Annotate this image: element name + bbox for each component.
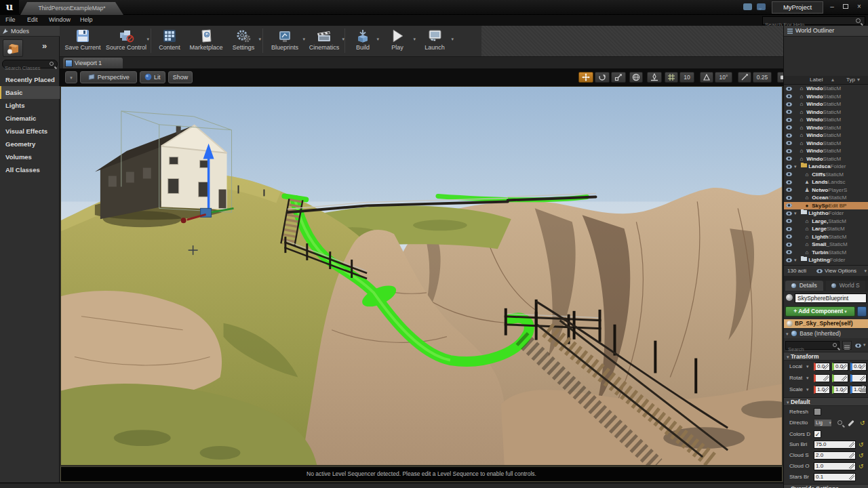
spinner-icon[interactable] xyxy=(860,364,865,369)
location-x-field[interactable]: 0.0 xyxy=(814,363,830,371)
grid-snap-value[interactable]: 10 xyxy=(679,72,694,83)
column-type[interactable]: Typ xyxy=(846,76,855,84)
minimize-button[interactable]: – xyxy=(826,2,838,12)
menu-file[interactable]: File xyxy=(5,16,16,23)
spinner-icon[interactable] xyxy=(823,364,829,369)
default-section-header[interactable]: ▾ Default xyxy=(784,397,868,406)
outliner-row[interactable]: ⌂ OceanStaticM xyxy=(784,194,868,202)
outliner-row-label[interactable]: Landsca xyxy=(807,163,831,169)
scale-caret-icon[interactable]: ▾ xyxy=(806,387,809,392)
visibility-eye-icon[interactable] xyxy=(786,134,792,138)
visibility-eye-icon[interactable] xyxy=(786,203,792,207)
surface-snap-button[interactable] xyxy=(647,72,662,83)
class-search-box[interactable] xyxy=(2,60,58,68)
menu-edit[interactable]: Edit xyxy=(27,16,38,23)
outliner-row-label[interactable]: Lighting xyxy=(807,257,830,263)
actor-name-field[interactable]: SkySphereBlueprint xyxy=(795,293,867,303)
launch-button[interactable]: ▾ Launch xyxy=(417,27,452,55)
outliner-row-label[interactable]: Lands xyxy=(810,179,828,185)
add-component-button[interactable]: + Add Component ▾ xyxy=(785,306,855,317)
outliner-row-label[interactable]: Large xyxy=(810,226,827,232)
outliner-row[interactable]: ⌂ WindoStaticM xyxy=(784,140,868,148)
content-button[interactable]: Content xyxy=(154,27,185,55)
scale-x-field[interactable]: 1.0 xyxy=(814,386,830,394)
outliner-row[interactable]: ⌂ LighthStaticM xyxy=(784,233,868,241)
refresh-checkbox[interactable] xyxy=(814,408,821,415)
visibility-eye-icon[interactable] xyxy=(786,196,792,200)
directional-light-dropdown[interactable]: Lig▾ xyxy=(814,419,832,427)
outliner-row[interactable]: ⌂ TurbinStaticM xyxy=(784,249,868,257)
outliner-row-label[interactable]: Windo xyxy=(805,156,823,162)
browse-icon[interactable] xyxy=(837,420,842,425)
location-y-field[interactable]: 0.0 xyxy=(832,363,848,371)
location-z-field[interactable]: 0.0 xyxy=(850,363,867,371)
outliner-row[interactable]: ⌂ WindoStaticM xyxy=(784,85,868,93)
outliner-row-label[interactable]: Windo xyxy=(805,94,823,100)
modes-item-recently-placed[interactable]: Recently Placed xyxy=(0,73,60,86)
visibility-eye-icon[interactable] xyxy=(786,258,792,262)
scale-snap-toggle[interactable] xyxy=(738,72,751,83)
modes-item-all-classes[interactable]: All Classes xyxy=(0,163,60,176)
chat-bubble-icon[interactable] xyxy=(743,3,752,10)
save-current-button[interactable]: Save Current xyxy=(64,27,102,55)
scale-lock-icon[interactable] xyxy=(861,388,866,392)
outliner-row-label[interactable]: Windo xyxy=(805,109,823,115)
visibility-eye-icon[interactable] xyxy=(786,235,792,239)
rotation-z-field[interactable] xyxy=(850,374,867,382)
outliner-row[interactable]: ⌂ WindoStaticM xyxy=(784,147,868,155)
outliner-row[interactable]: ♟ NetwoPlayerS xyxy=(784,186,868,195)
spinner-icon[interactable] xyxy=(849,464,854,469)
angle-snap-value[interactable]: 10° xyxy=(715,72,732,83)
spinner-icon[interactable] xyxy=(849,442,854,447)
visibility-eye-icon[interactable] xyxy=(786,87,792,91)
spinner-icon[interactable] xyxy=(849,474,854,480)
outliner-row-label[interactable]: Netwo xyxy=(810,187,828,193)
visibility-eye-icon[interactable] xyxy=(786,219,792,223)
outliner-row-label[interactable]: Ocean xyxy=(810,195,829,201)
title-bar[interactable]: u ThirdPersonExampleMap* MyProject – × xyxy=(0,0,868,15)
build-button[interactable]: ▾ Build xyxy=(348,27,378,55)
expander-icon[interactable]: ▾ xyxy=(794,256,801,264)
viewport-3d-scene[interactable] xyxy=(60,86,783,466)
menu-help[interactable]: Help xyxy=(80,16,93,23)
visibility-eye-icon[interactable] xyxy=(786,102,792,106)
reset-arrow-icon[interactable]: ↺ xyxy=(860,420,865,426)
settings-button[interactable]: ▾ Settings xyxy=(227,27,260,55)
outliner-row[interactable]: ⌂ WindoStaticM xyxy=(784,108,868,117)
rotate-tool-button[interactable] xyxy=(595,72,610,83)
spinner-icon[interactable] xyxy=(823,375,829,381)
help-search-box[interactable] xyxy=(762,16,865,25)
visibility-eye-icon[interactable] xyxy=(786,118,792,122)
modes-item-lights[interactable]: Lights xyxy=(0,99,60,112)
outliner-row-label[interactable]: Windo xyxy=(805,140,823,146)
outliner-row[interactable]: ⌂ LargeStaticM xyxy=(784,225,868,233)
visibility-eye-icon[interactable] xyxy=(786,141,792,145)
visibility-eye-icon[interactable] xyxy=(786,125,792,129)
outliner-row-label[interactable]: Small_ xyxy=(810,241,829,247)
dropdown-caret-icon[interactable]: ▾ xyxy=(413,37,416,42)
outliner-row-label[interactable]: Cliffs xyxy=(810,171,825,178)
visibility-eye-icon[interactable] xyxy=(786,227,792,231)
location-caret-icon[interactable]: ▾ xyxy=(806,364,809,369)
visibility-eye-icon[interactable] xyxy=(786,110,792,114)
outliner-row-label[interactable]: Large, xyxy=(810,218,828,224)
grid-snap-toggle[interactable] xyxy=(665,72,678,83)
expander-icon[interactable]: ▾ xyxy=(794,163,801,171)
reset-arrow-icon[interactable]: ↺ xyxy=(859,463,864,470)
cloud-opacity-field[interactable]: 1.0 xyxy=(814,462,856,470)
outliner-row[interactable]: ⌂ WindoStaticM xyxy=(784,93,868,101)
base-inherited-row[interactable]: ▾ Base (Inherited) xyxy=(784,329,868,338)
source-control-button[interactable]: ▾ Source Control xyxy=(104,27,148,55)
use-selected-icon[interactable] xyxy=(848,420,854,426)
visibility-eye-icon[interactable] xyxy=(786,172,792,176)
visibility-eye-icon[interactable] xyxy=(786,165,792,169)
outliner-column-header[interactable]: Label ▴ Typ ▾ xyxy=(784,76,868,85)
visibility-eye-icon[interactable] xyxy=(786,180,792,184)
panel-splitter[interactable] xyxy=(784,276,868,281)
cloud-speed-field[interactable]: 2.0 xyxy=(814,451,856,460)
dropdown-caret-icon[interactable]: ▾ xyxy=(146,37,149,42)
visibility-eye-icon[interactable] xyxy=(786,157,792,161)
send-feedback-icon[interactable] xyxy=(757,3,766,10)
visibility-eye-icon[interactable] xyxy=(786,149,792,153)
outliner-row[interactable]: ⌂ WindoStaticM xyxy=(784,100,868,108)
